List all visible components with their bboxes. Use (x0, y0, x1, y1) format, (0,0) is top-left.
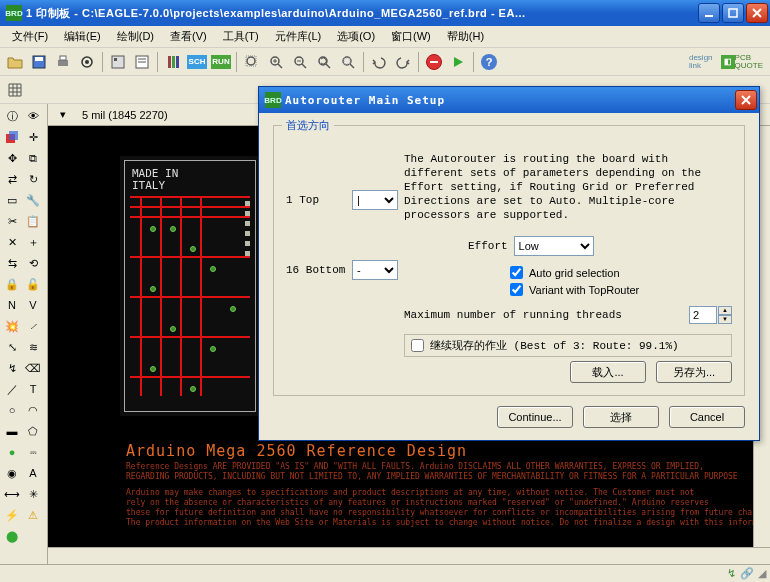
layers-icon[interactable] (2, 127, 22, 147)
hole-icon[interactable]: ◉ (2, 463, 22, 483)
attribute-icon[interactable]: A (23, 463, 43, 483)
signal-icon[interactable]: ⎓ (23, 442, 43, 462)
library-icon[interactable] (162, 51, 184, 73)
grid-icon[interactable] (4, 79, 26, 101)
menu-help[interactable]: 帮助(H) (439, 27, 492, 46)
schematic-icon[interactable] (131, 51, 153, 73)
menu-edit[interactable]: 编辑(E) (56, 27, 109, 46)
saveas-button[interactable]: 另存为... (656, 361, 732, 383)
save-icon[interactable] (28, 51, 50, 73)
horizontal-scrollbar[interactable] (48, 547, 770, 564)
stop-icon[interactable] (423, 51, 445, 73)
effort-select[interactable]: Low (514, 236, 594, 256)
split-icon[interactable]: ⤡ (2, 337, 22, 357)
move-icon[interactable]: ✥ (2, 148, 22, 168)
mirror-icon[interactable]: ⇄ (2, 169, 22, 189)
auto-grid-checkbox[interactable] (510, 266, 523, 279)
run-icon[interactable]: RUN (210, 51, 232, 73)
arc-icon[interactable]: ◠ (23, 400, 43, 420)
dropdown-icon[interactable]: ▾ (52, 104, 74, 126)
menu-options[interactable]: 选项(O) (329, 27, 383, 46)
go-icon[interactable] (447, 51, 469, 73)
dialog-title: Autorouter Main Setup (285, 94, 735, 107)
maximize-button[interactable] (722, 3, 744, 23)
layer16-direction-select[interactable]: - (352, 260, 398, 280)
svg-rect-31 (344, 58, 350, 64)
svg-rect-34 (9, 131, 18, 140)
minimize-button[interactable] (698, 3, 720, 23)
threads-input[interactable] (689, 306, 717, 324)
optimize-icon[interactable]: ≋ (23, 337, 43, 357)
pinswap-icon[interactable]: ⇆ (2, 253, 22, 273)
close-button[interactable] (746, 3, 768, 23)
miter-icon[interactable]: ⟋ (23, 316, 43, 336)
layer1-direction-select[interactable]: | (352, 190, 398, 210)
menu-library[interactable]: 元件库(L) (267, 27, 329, 46)
delete-icon[interactable]: ✕ (2, 232, 22, 252)
zoom-select-icon[interactable] (337, 51, 359, 73)
via-icon[interactable]: ● (2, 442, 22, 462)
continue-button[interactable]: Continue... (497, 406, 573, 428)
load-button[interactable]: 载入... (570, 361, 646, 383)
toprouter-checkbox[interactable] (510, 283, 523, 296)
pcbquote-icon[interactable]: ◧PCB QUOTE (718, 51, 766, 73)
cut-icon[interactable]: ✂ (2, 211, 22, 231)
menu-tools[interactable]: 工具(T) (215, 27, 267, 46)
coord-label: 5 mil (1845 2270) (82, 109, 168, 121)
lock-icon[interactable]: 🔒 (2, 274, 22, 294)
board-icon[interactable] (107, 51, 129, 73)
auto-icon[interactable]: ⚡ (2, 505, 22, 525)
ripup-icon[interactable]: ⌫ (23, 358, 43, 378)
help-icon[interactable]: ? (478, 51, 500, 73)
main-toolbar: SCH RUN ? design link ◧PCB QUOTE (0, 48, 770, 76)
menu-draw[interactable]: 绘制(D) (109, 27, 162, 46)
mark-icon[interactable]: ✛ (23, 127, 43, 147)
smash-icon[interactable]: 💥 (2, 316, 22, 336)
dialog-close-button[interactable] (735, 90, 757, 110)
zoom-out-icon[interactable] (289, 51, 311, 73)
zoom-in-icon[interactable] (265, 51, 287, 73)
svg-line-21 (278, 64, 282, 68)
copy-icon[interactable]: ⧉ (23, 148, 43, 168)
open-icon[interactable] (4, 51, 26, 73)
continue-job-checkbox[interactable] (411, 339, 424, 352)
rect-icon[interactable]: ▬ (2, 421, 22, 441)
unlock-icon[interactable]: 🔓 (23, 274, 43, 294)
script-icon[interactable]: SCH (186, 51, 208, 73)
zoom-redraw-icon[interactable] (313, 51, 335, 73)
wire-icon[interactable]: ／ (2, 379, 22, 399)
value-icon[interactable]: V (23, 295, 43, 315)
name-icon[interactable]: N (2, 295, 22, 315)
change-icon[interactable]: 🔧 (23, 190, 43, 210)
rotate-icon[interactable]: ↻ (23, 169, 43, 189)
add-icon[interactable]: ＋ (23, 232, 43, 252)
replace-icon[interactable]: ⟲ (23, 253, 43, 273)
route-icon[interactable]: ↯ (2, 358, 22, 378)
text-icon[interactable]: T (23, 379, 43, 399)
zoom-fit-icon[interactable] (241, 51, 263, 73)
print-icon[interactable] (52, 51, 74, 73)
redo-icon[interactable] (392, 51, 414, 73)
erc-icon[interactable]: ⚠ (23, 505, 43, 525)
ratsnest-icon[interactable]: ✳ (23, 484, 43, 504)
group-icon[interactable]: ▭ (2, 190, 22, 210)
select-button[interactable]: 选择 (583, 406, 659, 428)
menu-window[interactable]: 窗口(W) (383, 27, 439, 46)
cancel-button[interactable]: Cancel (669, 406, 745, 428)
threads-spinner[interactable]: ▲▼ (689, 306, 732, 324)
dimension-icon[interactable]: ⟷ (2, 484, 22, 504)
polygon-icon[interactable]: ⬠ (23, 421, 43, 441)
designlink-icon[interactable]: design link (686, 51, 716, 73)
cam-icon[interactable] (76, 51, 98, 73)
errors-icon[interactable]: ⬤ (2, 526, 22, 546)
eye-icon[interactable]: 👁 (23, 106, 43, 126)
spin-down-icon[interactable]: ▼ (718, 315, 732, 324)
spin-up-icon[interactable]: ▲ (718, 306, 732, 315)
paste-icon[interactable]: 📋 (23, 211, 43, 231)
info-icon[interactable]: ⓘ (2, 106, 22, 126)
circle-icon[interactable]: ○ (2, 400, 22, 420)
undo-icon[interactable] (368, 51, 390, 73)
menu-file[interactable]: 文件(F) (4, 27, 56, 46)
resize-grip-icon[interactable]: ◢ (758, 567, 766, 580)
menu-view[interactable]: 查看(V) (162, 27, 215, 46)
